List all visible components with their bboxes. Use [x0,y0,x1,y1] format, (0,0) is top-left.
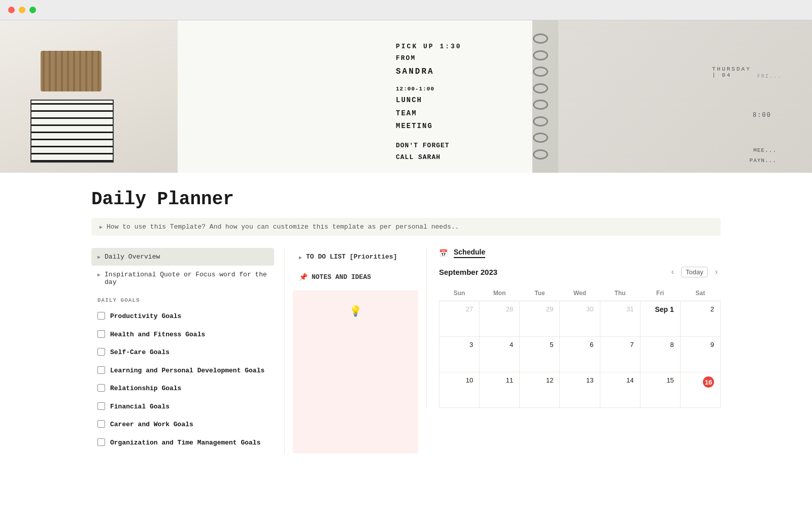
goal-productivity[interactable]: Productivity Goals [91,307,274,326]
template-hint[interactable]: ▶ How to use this Template? And how you … [91,218,721,236]
cal-sep-4[interactable]: 4 [480,337,520,372]
header-sun: Sun [439,285,480,301]
cal-sep-9[interactable]: 9 [680,337,720,372]
toggle-arrow-2: ▶ [97,272,100,278]
goal-financial[interactable]: Financial Goals [91,398,274,416]
cal-sep-12[interactable]: 12 [520,372,560,408]
month-nav-controls: ‹ Today › [668,266,721,277]
goal-organization-time-label: Organization and Time Management Goals [110,438,260,448]
checkbox-self-care[interactable] [97,348,105,356]
header-thu: Thu [600,285,640,301]
right-column-calendar: 📅 Schedule September 2023 ‹ Today › Sun … [426,248,721,408]
cal-sep-2[interactable]: 2 [680,301,720,337]
cal-sep-3[interactable]: 3 [439,337,480,372]
window-chrome [0,0,812,20]
hint-text: How to use this Template? And how you ca… [107,223,459,231]
todo-list-toggle[interactable]: ▶ TO DO LIST [Priorities] [293,248,418,266]
cal-aug-29[interactable]: 29 [520,301,560,337]
calendar-icon: 📅 [439,249,448,257]
toggle-arrow-1: ▶ [97,254,100,260]
month-title: September 2023 [439,268,497,276]
cal-sep-13[interactable]: 13 [560,372,600,408]
checkbox-health-fitness[interactable] [97,330,105,338]
calendar-week-3: 10 11 12 13 14 15 16 [439,372,721,408]
cal-sep-16-today[interactable]: 16 [680,372,720,408]
hint-arrow: ▶ [99,224,103,230]
checkbox-career-work[interactable] [97,420,105,428]
header-mon: Mon [480,285,520,301]
header-sat: Sat [680,285,720,301]
daily-goals-label: DAILY GOALS [97,297,268,303]
cal-aug-30[interactable]: 30 [560,301,600,337]
todo-label: TO DO LIST [Priorities] [306,253,397,261]
notes-pin-icon: 📌 [299,273,308,281]
goal-career-work[interactable]: Career and Work Goals [91,416,274,434]
todo-arrow: ▶ [299,255,302,261]
next-month-button[interactable]: › [712,266,721,277]
goal-self-care-label: Self-Care Goals [110,347,170,358]
goal-learning-personal[interactable]: Learning and Personal Development Goals [91,362,274,380]
hero-text: PICK UP 1:30 FROM SANDRA 12:00-1:00 LUNC… [396,41,462,164]
cal-sep-6[interactable]: 6 [560,337,600,372]
checkbox-relationship[interactable] [97,384,105,392]
cal-sep-14[interactable]: 14 [600,372,640,408]
today-badge: 16 [703,376,714,388]
goal-career-work-label: Career and Work Goals [110,420,193,430]
close-button[interactable] [8,7,15,13]
month-navigation: September 2023 ‹ Today › [439,266,721,277]
notes-ideas-toggle[interactable]: 📌 NOTES AND IDEAS [293,268,418,287]
cal-sep-15[interactable]: 15 [640,372,680,408]
calendar-week-1: 27 28 29 30 31 Sep 1 2 [439,301,721,337]
cal-sep-8[interactable]: 8 [640,337,680,372]
lightbulb-icon: 💡 [349,305,362,317]
checkbox-learning-personal[interactable] [97,366,105,374]
goal-learning-personal-label: Learning and Personal Development Goals [110,366,264,376]
cal-aug-31[interactable]: 31 [600,301,640,337]
goal-relationship[interactable]: Relationship Goals [91,379,274,398]
goal-organization-time[interactable]: Organization and Time Management Goals [91,434,274,452]
inspirational-quote-toggle[interactable]: ▶ Inspirational Quote or Focus word for … [91,266,274,291]
columns-layout: ▶ Daily Overview ▶ Inspirational Quote o… [91,248,721,453]
maximize-button[interactable] [29,7,36,13]
prev-month-button[interactable]: ‹ [668,266,677,277]
cal-sep-11[interactable]: 11 [480,372,520,408]
goal-health-fitness-label: Health and Fitness Goals [110,330,205,340]
calendar-grid: Sun Mon Tue Wed Thu Fri Sat 27 28 29 [439,285,721,408]
header-tue: Tue [520,285,560,301]
middle-column: ▶ TO DO LIST [Priorities] 📌 NOTES AND ID… [284,248,426,453]
goal-relationship-label: Relationship Goals [110,384,181,394]
header-fri: Fri [640,285,680,301]
page-title: Daily Planner [91,189,721,210]
today-button[interactable]: Today [681,267,708,277]
goal-self-care[interactable]: Self-Care Goals [91,343,274,362]
left-column: ▶ Daily Overview ▶ Inspirational Quote o… [91,248,284,452]
daily-overview-toggle[interactable]: ▶ Daily Overview [91,248,274,266]
notes-label: NOTES AND IDEAS [312,273,371,281]
main-content: Daily Planner ▶ How to use this Template… [51,173,761,469]
calendar-days-header: Sun Mon Tue Wed Thu Fri Sat [439,285,721,301]
checkbox-organization-time[interactable] [97,438,105,446]
schedule-label: Schedule [454,248,485,258]
calendar-header: 📅 Schedule [439,248,721,258]
hero-image: PICK UP 1:30 FROM SANDRA 12:00-1:00 LUNC… [0,20,812,173]
cal-aug-28[interactable]: 28 [480,301,520,337]
cal-sep-1[interactable]: Sep 1 [640,301,680,337]
hero-right: THURSDAY | 04 FRI... 8:00 MEE... PAYN...… [558,20,812,173]
goal-productivity-label: Productivity Goals [110,311,181,322]
cal-sep-10[interactable]: 10 [439,372,480,408]
calendar-week-2: 3 4 5 6 7 8 9 [439,337,721,372]
minimize-button[interactable] [19,7,25,13]
notes-area: 💡 [293,291,418,453]
cal-aug-27[interactable]: 27 [439,301,480,337]
hero-center: PICK UP 1:30 FROM SANDRA 12:00-1:00 LUNC… [178,20,533,173]
header-wed: Wed [560,285,600,301]
checkbox-financial[interactable] [97,402,105,410]
cal-sep-7[interactable]: 7 [600,337,640,372]
goal-financial-label: Financial Goals [110,402,170,412]
inspirational-quote-label: Inspirational Quote or Focus word for th… [105,271,268,286]
goal-health-fitness[interactable]: Health and Fitness Goals [91,326,274,344]
checkbox-productivity[interactable] [97,312,105,320]
daily-overview-label: Daily Overview [105,253,160,261]
cal-sep-5[interactable]: 5 [520,337,560,372]
